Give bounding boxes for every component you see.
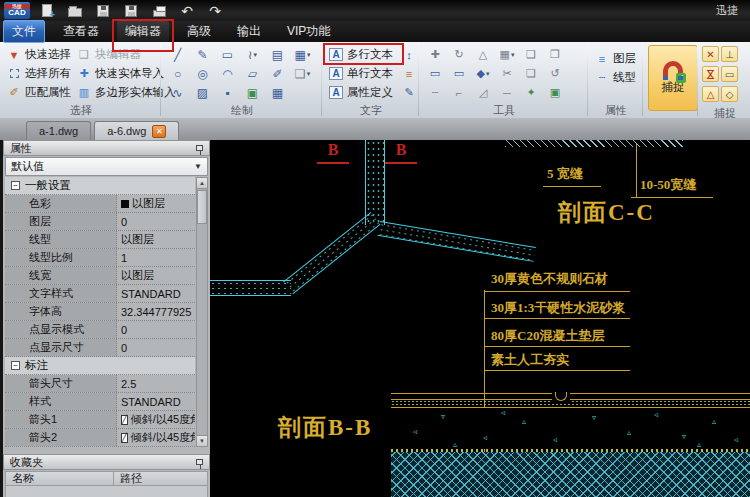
print-button[interactable] (148, 2, 170, 20)
menu-file[interactable]: 文件 (3, 20, 45, 43)
save-button[interactable] (92, 2, 114, 20)
property-row[interactable]: 样式STANDARD (5, 393, 195, 411)
circle-icon[interactable]: ○ (165, 64, 190, 83)
property-row[interactable]: 线型以图层 (5, 231, 195, 249)
sketch-icon[interactable]: ✐ (265, 64, 290, 83)
property-row[interactable]: 图层0 (5, 213, 195, 231)
table-icon[interactable]: ▦ (265, 83, 290, 102)
cloud-icon[interactable]: ▱ (240, 64, 265, 83)
menu-vip[interactable]: VIP功能 (279, 21, 338, 42)
doc-tab-a6[interactable]: a-6.dwg ✕ (94, 121, 179, 140)
new-file-button[interactable] (36, 2, 58, 20)
save-as-button[interactable] (120, 2, 142, 20)
trim-icon[interactable]: ✂ (495, 64, 519, 83)
copy-icon[interactable]: ❏▾ (290, 64, 315, 83)
rotate-icon[interactable]: ↻ (447, 45, 471, 64)
property-row[interactable]: 点显示模式0 (5, 321, 195, 339)
curve-icon[interactable]: ≀▾ (240, 45, 265, 64)
snap-rectangle-icon[interactable]: ▭ (721, 66, 738, 82)
text-edit-icon[interactable]: ✎ (402, 83, 416, 102)
property-group-row[interactable]: −标注 (5, 357, 195, 375)
polyline-icon[interactable]: ✎ (190, 45, 215, 64)
attribute-define-icon: A (329, 86, 343, 99)
scrollbar-thumb[interactable] (197, 190, 207, 224)
extend-icon[interactable]: ─ (495, 83, 519, 102)
chamfer-icon[interactable]: ◿ (471, 83, 495, 102)
property-row[interactable]: 点显示尺寸0 (5, 339, 195, 357)
pin-icon[interactable] (196, 459, 203, 465)
property-row[interactable]: 箭头尺寸2.5 (5, 375, 195, 393)
text-height-icon[interactable]: ↕ (402, 45, 416, 64)
property-row[interactable]: 线型比例1 (5, 249, 195, 267)
snap-intersection-icon[interactable]: ✕ (702, 46, 719, 62)
snap-midpoint-icon[interactable]: ⋈ (702, 66, 719, 82)
undo-mini-icon[interactable]: ↺ (543, 64, 567, 83)
menu-editor[interactable]: 编辑器 (117, 21, 169, 42)
select-all-button[interactable]: 选择所有 (4, 64, 74, 83)
collapse-icon[interactable]: − (11, 361, 20, 370)
snap-perpendicular-icon[interactable]: ⊥ (721, 46, 738, 62)
copy-object-icon[interactable]: ▭ (423, 64, 447, 83)
property-group-row[interactable]: −一般设置 (5, 177, 195, 195)
property-row[interactable]: 字体高32.344777925 (5, 303, 195, 321)
ellipse-icon[interactable]: ◎ (190, 64, 215, 83)
menu-output[interactable]: 输出 (229, 21, 269, 42)
rectangle-icon[interactable]: ▭ (215, 45, 240, 64)
block-icon[interactable]: ▦▾ (290, 45, 315, 64)
property-row[interactable]: 线宽以图层 (5, 267, 195, 285)
snap-quadrant-icon[interactable]: ◇ (721, 86, 738, 102)
undo-button[interactable]: ↶ (176, 2, 198, 20)
property-row[interactable]: 箭头1╱倾斜/以45度角 (5, 411, 195, 429)
image-icon[interactable]: ▤ (265, 45, 290, 64)
quick-entity-import-icon: ✚ (77, 67, 91, 80)
snap-triangle-icon[interactable]: △ (702, 86, 719, 102)
leader-line-vertical (636, 144, 637, 198)
copy-props-icon[interactable]: ❏ (519, 45, 543, 64)
offset-icon[interactable]: ❏ (519, 64, 543, 83)
erase-icon[interactable]: ◆▾ (471, 64, 495, 83)
group-icon[interactable]: ❐ (543, 45, 567, 64)
property-row[interactable]: 色彩以图层 (5, 195, 195, 213)
favorites-col-path[interactable]: 路径 (114, 472, 207, 485)
collapse-icon[interactable]: − (11, 181, 20, 190)
property-row[interactable]: 文字样式STANDARD (5, 285, 195, 303)
menu-advanced[interactable]: 高级 (179, 21, 219, 42)
layer-button[interactable]: ≡图层 (592, 49, 640, 68)
move-icon[interactable]: ✚ (423, 45, 447, 64)
close-tab-icon[interactable]: ✕ (152, 125, 166, 138)
favorites-col-name[interactable]: 名称 (6, 472, 114, 485)
note-underline (484, 346, 630, 347)
menu-viewer[interactable]: 查看器 (55, 21, 107, 42)
singleline-text-button[interactable]: A单行文本 (326, 64, 402, 83)
preset-dropdown[interactable]: 默认值 ▼ (5, 157, 208, 176)
explode-icon[interactable]: ✦ (519, 83, 543, 102)
paste-icon[interactable]: ▭ (447, 64, 471, 83)
pin-icon[interactable] (196, 145, 203, 151)
doc-tab-a1[interactable]: a-1.dwg (26, 121, 91, 140)
block-insert-icon[interactable]: ▣ (543, 83, 567, 102)
snap-toggle-button[interactable]: ✓ 捕捉 (648, 45, 698, 111)
point-icon[interactable]: ▪ (215, 83, 240, 102)
mirror-icon[interactable]: △ (471, 45, 495, 64)
spline-icon[interactable]: ∿ (165, 83, 190, 102)
measure-icon[interactable]: ┄ (423, 83, 447, 102)
scroll-up-icon[interactable]: ▲ (197, 178, 207, 189)
quick-select-button[interactable]: ▼快速选择 (4, 45, 74, 64)
line-icon[interactable]: ╱ (165, 45, 190, 64)
fillet-icon[interactable]: ⌐ (447, 83, 471, 102)
match-properties-button[interactable]: ✐匹配属性 (4, 83, 74, 102)
redo-button[interactable]: ↷ (204, 2, 226, 20)
multiline-text-button[interactable]: A多行文本 (326, 45, 402, 64)
linetype-button[interactable]: ┄线型 (592, 68, 640, 87)
text-align-icon[interactable]: ≡ (402, 64, 416, 83)
properties-scrollbar[interactable]: ▲ ▼ (196, 177, 208, 447)
arc-icon[interactable]: ◠ (215, 64, 240, 83)
attribute-define-button[interactable]: A属性定义 (326, 83, 402, 102)
drawing-canvas[interactable]: B B 5 宽缝 10-50宽缝 剖面C-C 30厚黄色不规则石材 30厚1:3… (210, 140, 750, 497)
hatch-icon[interactable]: ▨ (190, 83, 215, 102)
property-row[interactable]: 箭头2╱倾斜/以45度角 (5, 429, 195, 447)
raster-image-icon[interactable]: ▣ (240, 83, 265, 102)
open-file-button[interactable] (64, 2, 86, 20)
scroll-down-icon[interactable]: ▼ (197, 435, 207, 446)
array-icon[interactable]: ▦▾ (495, 45, 519, 64)
